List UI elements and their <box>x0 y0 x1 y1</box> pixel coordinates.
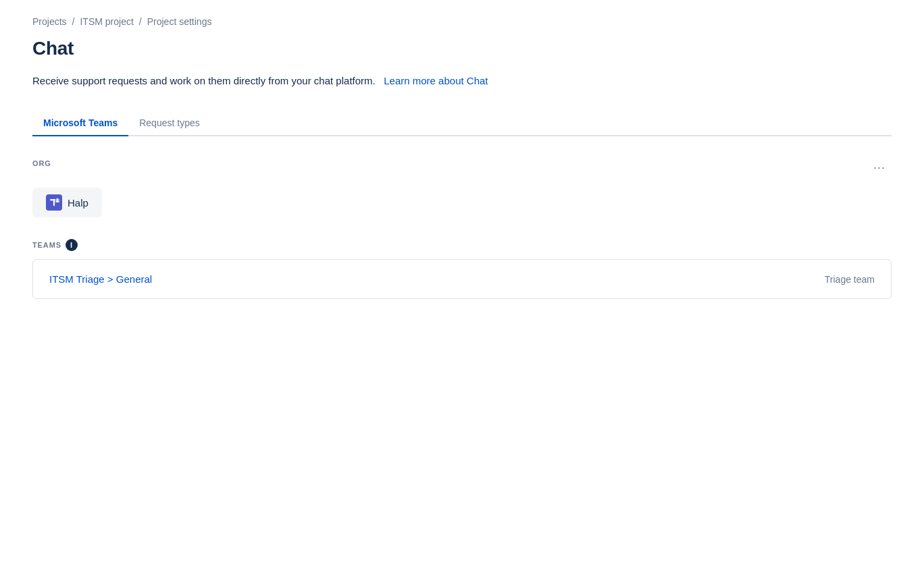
description-text: Receive support requests and work on the… <box>32 75 376 86</box>
teams-section-label: TEAMS i <box>32 239 892 251</box>
teams-section: TEAMS i ITSM Triage > General Triage tea… <box>32 239 892 299</box>
breadcrumb-projects[interactable]: Projects <box>32 16 67 27</box>
team-row: ITSM Triage > General Triage team <box>33 260 891 298</box>
org-section-label: ORG <box>32 159 51 167</box>
org-card: Halp <box>32 188 102 217</box>
breadcrumb: Projects / ITSM project / Project settin… <box>32 16 892 27</box>
svg-point-4 <box>57 198 59 200</box>
breadcrumb-sep-1: / <box>72 16 75 27</box>
page-title: Chat <box>32 38 892 59</box>
tab-microsoft-teams[interactable]: Microsoft Teams <box>32 111 128 136</box>
org-name: Halp <box>68 197 88 209</box>
learn-more-link[interactable]: Learn more about Chat <box>384 75 488 86</box>
team-badge: Triage team <box>825 274 875 285</box>
svg-rect-2 <box>53 199 55 206</box>
org-section: ORG ··· Halp <box>32 155 892 234</box>
breadcrumb-itsm-project[interactable]: ITSM project <box>80 16 133 27</box>
team-name-link[interactable]: ITSM Triage > General <box>49 273 152 285</box>
page-description: Receive support requests and work on the… <box>32 73 640 89</box>
tabs-container: Microsoft Teams Request types <box>32 111 892 136</box>
breadcrumb-sep-2: / <box>139 16 142 27</box>
teams-card: ITSM Triage > General Triage team <box>32 259 892 299</box>
breadcrumb-current: Project settings <box>147 16 212 27</box>
tab-request-types[interactable]: Request types <box>128 111 211 136</box>
org-ellipsis-button[interactable]: ··· <box>867 155 892 180</box>
teams-info-icon[interactable]: i <box>66 239 78 251</box>
ms-teams-icon <box>46 194 62 211</box>
